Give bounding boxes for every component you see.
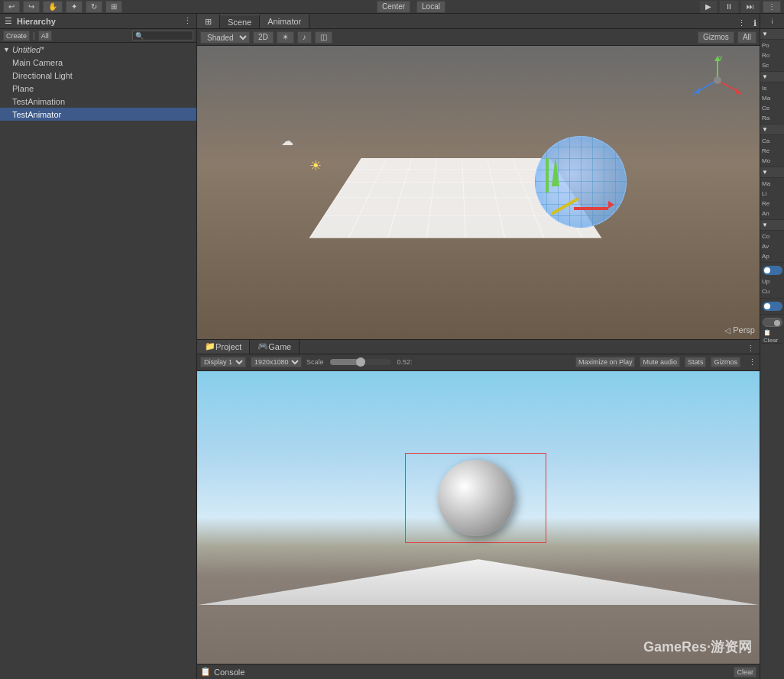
hierarchy-item-plane[interactable]: Plane (0, 82, 196, 95)
console-icon: 📋 (200, 667, 211, 677)
game-gizmos-button[interactable]: Gizmos (711, 357, 740, 367)
hierarchy-header: ☰ Hierarchy ⋮ (0, 14, 196, 29)
toggle-section-1: Up Cu (760, 263, 784, 299)
scene-tabs: ⊞ Scene Animator ⋮ ℹ (197, 14, 760, 29)
component-header-label: ▼ (762, 221, 768, 228)
svg-text:z: z (692, 89, 696, 97)
li-label: Li (762, 189, 782, 199)
mode-2d-button[interactable]: 2D (253, 31, 274, 44)
svg-point-9 (714, 76, 721, 84)
undo-button[interactable]: ↩ (3, 1, 20, 13)
toggle-section-2 (760, 299, 784, 315)
mesh-section-header[interactable]: ▼ (760, 72, 784, 82)
clear-console-button[interactable]: Clear (734, 667, 756, 677)
main-camera-label: Main Camera (12, 58, 63, 67)
scene-viewport[interactable]: ☀ ☁ y x (197, 46, 760, 339)
toggle-1[interactable] (763, 266, 782, 275)
hierarchy-create-button[interactable]: Create (3, 31, 30, 41)
center-area: ⊞ Scene Animator ⋮ ℹ Shaded 2D ☀ ♪ ◫ Giz… (197, 14, 760, 679)
inspector-panel: i ▼ Po Ro Sc ▼ Is Ma Ce Ra ▼ Ca Re Mo (760, 14, 784, 679)
mute-audio-button[interactable]: Mute audio (640, 357, 680, 367)
tab-animator[interactable]: Animator (260, 15, 309, 28)
center-button[interactable]: Center (377, 1, 410, 13)
ap-label: Ap (762, 251, 782, 261)
hierarchy-all-button[interactable]: All (38, 31, 52, 41)
hierarchy-title: Hierarchy (17, 17, 56, 26)
hierarchy-item-test-animator[interactable]: TestAnimator (0, 108, 196, 121)
scene-menu-icon[interactable]: ⋮ (733, 18, 750, 28)
audio-button[interactable]: ♪ (297, 31, 312, 44)
console-icon-area: 📋 Clear (762, 328, 782, 344)
is-label: Is (762, 83, 782, 93)
hierarchy-item-directional-light[interactable]: Directional Light (0, 69, 196, 82)
game-panel-menu[interactable]: ⋮ (748, 357, 756, 367)
game-ground-plane (197, 559, 760, 605)
test-animation-label: TestAnimation (12, 97, 65, 106)
redo-button[interactable]: ↪ (23, 1, 40, 13)
render-properties: Ca Re Mo (760, 135, 784, 167)
watermark: GameRes·游资网 (643, 638, 752, 656)
scene-cloud-icon: ☁ (281, 134, 293, 148)
rotate-tool[interactable]: ↻ (86, 1, 102, 13)
scene-panel-icon: ⊞ (197, 15, 220, 28)
main-layout: ☰ Hierarchy ⋮ Create | All ▼ Untitled* M… (0, 14, 784, 679)
hierarchy-list: ▼ Untitled* Main Camera Directional Ligh… (0, 43, 196, 679)
console-label: Console (214, 668, 245, 677)
tab-project[interactable]: 📁 Project (197, 340, 250, 354)
hierarchy-menu-icon[interactable]: ⋮ (183, 16, 192, 26)
game-menu-icon[interactable]: ⋮ (742, 344, 760, 354)
toggle-3[interactable] (763, 318, 782, 327)
material-header-label: ▼ (762, 169, 768, 176)
project-icon: 📁 (205, 341, 215, 351)
toggle-2[interactable] (763, 302, 782, 311)
clear-small-label: Clear (762, 337, 782, 344)
pause-button[interactable]: ⏸ (720, 1, 738, 13)
console-small-icon: 📋 (763, 329, 771, 336)
render-section-header[interactable]: ▼ (760, 124, 784, 135)
hierarchy-search[interactable] (132, 31, 193, 40)
hand-tool[interactable]: ✋ (43, 1, 63, 13)
effects-button[interactable]: ◫ (315, 31, 332, 44)
maximize-on-play-button[interactable]: Maximize on Play (575, 357, 636, 367)
top-toolbar: ↩ ↪ ✋ ✦ ↻ ⊞ Center Local ▶ ⏸ ⏭ ⋮ (0, 0, 784, 14)
scene-persp-label: ◁ Persp (724, 325, 755, 335)
game-tabs: 📁 Project 🎮 Game ⋮ (197, 339, 760, 354)
hierarchy-item-test-animation[interactable]: TestAnimation (0, 95, 196, 108)
play-button[interactable]: ▶ (700, 1, 717, 13)
lighting-button[interactable]: ☀ (277, 31, 294, 44)
scene-gizmo-cube: y x z (691, 53, 744, 107)
tab-scene[interactable]: Scene (220, 15, 260, 28)
re-label: Re (762, 146, 782, 156)
hierarchy-toolbar: Create | All (0, 29, 196, 43)
up-label: Up (762, 276, 782, 286)
stats-button[interactable]: Stats (685, 357, 707, 367)
local-button[interactable]: Local (416, 1, 445, 13)
test-animator-label: TestAnimator (12, 110, 61, 119)
game-icon: 🎮 (258, 341, 268, 351)
inspector-panel-icon[interactable]: ℹ (750, 18, 760, 28)
material-properties: Ma Li Re An (760, 178, 784, 220)
shading-dropdown[interactable]: Shaded (200, 31, 250, 44)
ce-label: Ce (762, 103, 782, 113)
scale-slider[interactable] (330, 359, 391, 365)
directional-light-label: Directional Light (12, 71, 73, 80)
step-button[interactable]: ⏭ (741, 1, 760, 13)
hierarchy-item-main-camera[interactable]: Main Camera (0, 56, 196, 69)
display-dropdown[interactable]: Display 1 (200, 357, 246, 367)
pos-label: Po (762, 40, 782, 50)
transform-section-header[interactable]: ▼ (760, 29, 784, 40)
gizmos-button[interactable]: Gizmos (698, 31, 734, 44)
resolution-dropdown[interactable]: 1920x1080 (251, 357, 302, 367)
tab-game[interactable]: 🎮 Game (250, 340, 300, 354)
component-section-header[interactable]: ▼ (760, 220, 784, 231)
material-section-header[interactable]: ▼ (760, 167, 784, 178)
ra-label: Ra (762, 113, 782, 123)
game-viewport[interactable]: GameRes·游资网 (197, 371, 760, 664)
bottom-panel: 📋 Console Clear (197, 664, 760, 679)
hierarchy-scene-root[interactable]: ▼ Untitled* (0, 43, 196, 56)
move-tool[interactable]: ✦ (66, 1, 83, 13)
scene-all-button[interactable]: All (737, 31, 756, 44)
scale-tool[interactable]: ⊞ (105, 1, 122, 13)
settings-button[interactable]: ⋮ (763, 1, 781, 13)
hierarchy-panel: ☰ Hierarchy ⋮ Create | All ▼ Untitled* M… (0, 14, 197, 679)
